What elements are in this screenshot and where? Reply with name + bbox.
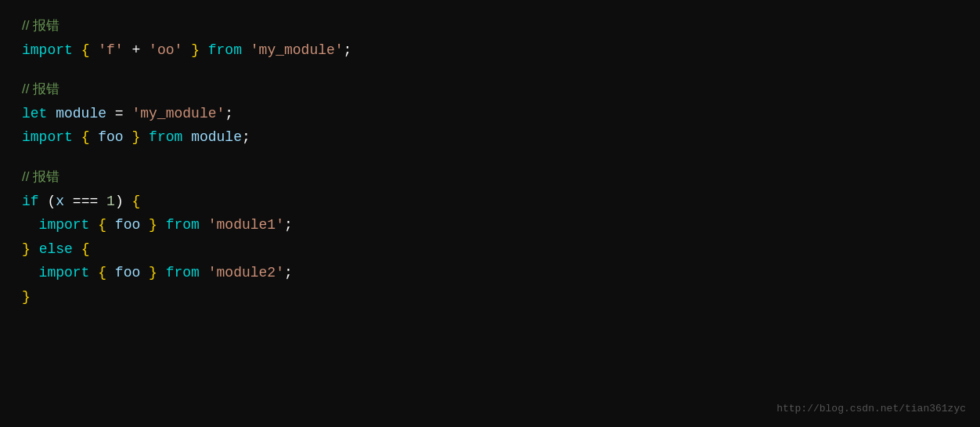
code-line-3: import { foo } from module; <box>22 125 958 150</box>
spacer-1 <box>22 68 958 78</box>
code-line-5: import { foo } from 'module1'; <box>22 213 958 237</box>
code-block-2: // 报错 let module = 'my_module'; import {… <box>22 78 958 150</box>
code-line-7: import { foo } from 'module2'; <box>22 261 958 285</box>
code-line-8: } <box>22 285 958 309</box>
code-line-4: if (x === 1) { <box>22 190 958 214</box>
code-line-2: let module = 'my_module'; <box>22 102 958 126</box>
code-block-3: // 报错 if (x === 1) { import { foo } from… <box>22 165 958 309</box>
watermark: http://blog.csdn.net/tian361zyc <box>776 401 966 418</box>
code-block-1: // 报错 import { 'f' + 'oo' } from 'my_mod… <box>22 14 958 62</box>
comment-1: // 报错 <box>22 14 958 38</box>
comment-3: // 报错 <box>22 165 958 190</box>
code-container: // 报错 import { 'f' + 'oo' } from 'my_mod… <box>0 0 980 427</box>
comment-2: // 报错 <box>22 78 958 102</box>
spacer-2 <box>22 156 958 165</box>
code-line-1: import { 'f' + 'oo' } from 'my_module'; <box>22 38 958 63</box>
code-line-6: } else { <box>22 237 958 262</box>
